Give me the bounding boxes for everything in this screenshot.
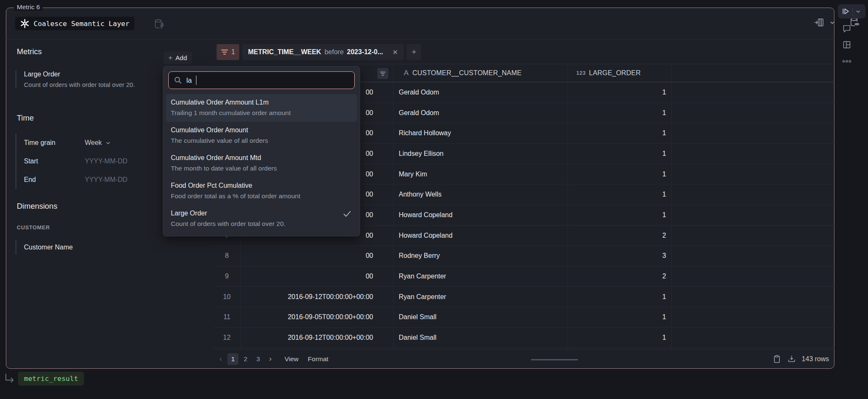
cell-filler (672, 82, 834, 102)
metric-option-description: The cumulative value of all orders (171, 137, 352, 144)
run-options-chevron-icon[interactable] (855, 8, 861, 15)
large-order-column-header[interactable]: 123 LARGE_ORDER (568, 64, 672, 82)
copy-icon[interactable] (772, 354, 782, 364)
cell-large-order: 1 (568, 82, 672, 102)
layout-icon[interactable] (842, 40, 852, 50)
customer-column-header[interactable]: A CUSTOMER__CUSTOMER_NAME (394, 64, 568, 82)
cell-large-order: 1 (568, 184, 672, 205)
metric-name: Large Order (24, 71, 183, 78)
metric-description: Count of orders with order total over 20… (24, 81, 169, 88)
end-date-input[interactable]: YYYY-MM-DD (85, 176, 128, 184)
format-link[interactable]: Format (308, 355, 328, 363)
cell-large-order: 2 (568, 226, 672, 246)
metric-option-title: Cumulative Order Ammount L1m (171, 99, 352, 106)
metric-options: Cumulative Order Ammount L1m Trailing 1 … (163, 94, 360, 233)
horizontal-scrollbar[interactable] (531, 359, 578, 360)
cell-customer-name: Gerald Odom (394, 103, 568, 123)
database-bolt-icon[interactable] (154, 18, 165, 30)
cell-filler (672, 307, 834, 328)
cell-large-order: 1 (568, 287, 672, 307)
download-icon[interactable] (787, 354, 796, 364)
filter-count-chip[interactable]: 1 (217, 44, 239, 60)
row-number: 9 (213, 266, 241, 286)
filter-chip[interactable]: METRIC_TIME__WEEK before 2023-12-0... ✕ (242, 44, 404, 60)
dimension-item-customer-name[interactable]: Customer Name (16, 240, 73, 255)
cell-large-order: 1 (568, 123, 672, 143)
metric-option-title: Cumulative Order Amount Mtd (171, 154, 352, 162)
metric-option[interactable]: Cumulative Order Ammount L1m Trailing 1 … (166, 94, 357, 122)
remove-filter-icon[interactable]: ✕ (392, 48, 398, 56)
metric-option-title: Large Order (171, 210, 352, 217)
metric-item-large-order[interactable]: Large Order Count of orders with order t… (16, 71, 183, 88)
cell-title[interactable]: Metric 6 (14, 3, 43, 11)
page-list: 1 2 3 (227, 353, 264, 365)
comments-icon[interactable] (842, 24, 852, 33)
metric-option[interactable]: Large Order Count of orders with order t… (166, 205, 357, 233)
chevron-down-icon (105, 140, 111, 146)
prev-page-icon[interactable]: ‹ (216, 354, 226, 363)
page-button[interactable]: 3 (253, 353, 264, 365)
start-label: Start (24, 158, 85, 165)
table-row: 9 00 Ryan Carpenter 2 (213, 266, 834, 287)
divider (852, 7, 853, 16)
return-arrow-icon (4, 373, 17, 385)
cell-large-order: 1 (568, 307, 672, 328)
cell-large-order: 3 (568, 246, 672, 266)
metric-option[interactable]: Cumulative Order Amount The cumulative v… (166, 122, 357, 150)
output-variable[interactable]: metric_result (18, 372, 84, 386)
cell-filler (672, 123, 834, 143)
cell-customer-name: Daniel Small (394, 328, 568, 348)
text-cursor (196, 76, 197, 85)
table-footer: ‹ 1 2 3 › View Format 143 rows (213, 349, 834, 368)
snowflake-icon (20, 19, 29, 28)
run-cell-icon[interactable] (842, 7, 850, 16)
time-settings: Time grain Week Start YYYY-MM-DD End YYY… (16, 134, 154, 189)
next-page-icon[interactable]: › (265, 354, 275, 363)
view-dropdown-chevron-icon[interactable] (829, 19, 836, 26)
page-button[interactable]: 2 (240, 353, 251, 365)
cell-large-order: 1 (568, 205, 672, 225)
end-label: End (24, 176, 85, 184)
metric-option[interactable]: Food Order Pct Cumulative Food order tot… (166, 177, 357, 205)
add-button[interactable]: + Add (164, 52, 192, 64)
cell-metric-time: 2016-09-12T00:00:00+00:00 (241, 328, 394, 348)
filter-operator: before (324, 48, 343, 56)
run-cell-group (838, 4, 865, 18)
add-filter-button[interactable]: + (407, 44, 421, 60)
time-end-row: End YYYY-MM-DD (24, 171, 154, 189)
row-number: 10 (213, 287, 241, 307)
more-options-icon[interactable] (842, 60, 852, 63)
time-grain-select[interactable]: Week (85, 139, 111, 147)
cell-customer-name: Anthony Wells (394, 184, 568, 205)
metric-search-dropdown: la Cumulative Order Ammount L1m Trailing… (163, 66, 360, 236)
cell-filler (672, 103, 834, 123)
filler-column-header (672, 64, 834, 82)
start-date-input[interactable]: YYYY-MM-DD (85, 158, 128, 165)
row-number: 11 (213, 307, 241, 328)
column-filter-icon[interactable] (377, 68, 388, 79)
view-table-icon[interactable] (813, 17, 824, 28)
cell-customer-name: Gerald Odom (394, 82, 568, 102)
page-button[interactable]: 1 (227, 353, 238, 365)
cell-filler (672, 246, 834, 266)
cell-large-order: 1 (568, 164, 672, 184)
large-order-column-label: LARGE_ORDER (589, 69, 641, 77)
filter-count: 1 (231, 48, 235, 56)
metric-search-input[interactable]: la (168, 71, 355, 89)
time-heading: Time (17, 113, 34, 123)
metric-option[interactable]: Cumulative Order Amount Mtd The month to… (166, 150, 357, 177)
cell-customer-name: Rodney Berry (394, 246, 568, 266)
view-link[interactable]: View (285, 355, 298, 363)
cell-filler (672, 328, 834, 348)
cell-customer-name: Mary Kim (394, 164, 568, 184)
cell-filler (672, 205, 834, 225)
cell-large-order: 1 (568, 328, 672, 348)
pagination: ‹ 1 2 3 › (213, 353, 275, 365)
cell-large-order: 2 (568, 266, 672, 286)
metric-option-title: Cumulative Order Amount (171, 126, 352, 134)
cell-customer-name: Lindsey Ellison (394, 144, 568, 164)
plus-icon: + (168, 54, 173, 62)
metric-option-description: Trailing 1 month cumulative order amount (171, 109, 352, 117)
metric-option-description: The month to date value of all orders (171, 165, 352, 172)
source-badge[interactable]: Coalesce Semantic Layer (15, 17, 134, 30)
